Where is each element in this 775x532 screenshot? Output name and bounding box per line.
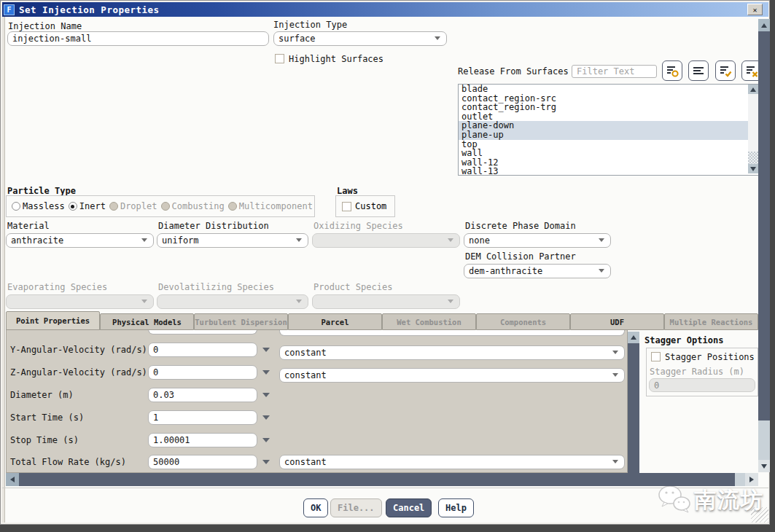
discrete-phase-domain-value: none [469, 235, 490, 246]
chevron-down-icon [141, 300, 147, 303]
surfaces-scrollbar-thumb[interactable] [748, 152, 758, 164]
radio-label: Massless [23, 201, 65, 211]
chevron-down-icon [612, 373, 618, 377]
hscroll-right-icon[interactable] [745, 473, 758, 486]
tab-physical-models[interactable]: Physical Models [100, 313, 194, 330]
value-dropdown-icon[interactable] [262, 438, 270, 442]
close-icon[interactable]: ✕ [747, 4, 763, 15]
oxidizing-species-select [312, 233, 460, 248]
surface-list-item[interactable]: blade [459, 85, 758, 94]
vscroll-track[interactable] [758, 420, 770, 460]
z-angular-velocity-input[interactable] [148, 365, 257, 380]
release-from-surfaces-label: Release From Surfaces [458, 66, 569, 77]
value-dropdown-icon[interactable] [262, 370, 270, 375]
title-bar[interactable]: F Set Injection Properties ✕ [2, 2, 768, 17]
panel-scroll-up-icon[interactable] [628, 332, 639, 343]
vscroll-down-icon[interactable] [758, 460, 770, 472]
watermark-text: 南流坊 [694, 485, 764, 515]
radio-inert[interactable]: Inert [69, 201, 106, 211]
discrete-phase-domain-select[interactable]: none [464, 233, 611, 248]
y-angular-velocity-input[interactable] [148, 343, 257, 357]
surface-list-item-selected[interactable]: plane-up [459, 130, 758, 140]
material-select[interactable]: anthracite [6, 233, 154, 248]
total-flow-rate-label: Total Flow Rate (kg/s) [10, 457, 126, 467]
injection-type-value: surface [279, 34, 316, 44]
radio-disabled-icon [109, 202, 118, 211]
diameter-input[interactable] [148, 388, 257, 402]
chevron-down-icon [435, 36, 440, 40]
surface-list-item[interactable]: top [459, 140, 758, 149]
dem-collision-partner-select[interactable]: dem-anthracite [464, 264, 611, 278]
chevron-down-icon [296, 238, 302, 242]
radio-selected-icon[interactable] [69, 202, 77, 211]
filter-matches-button[interactable] [662, 60, 682, 81]
injection-type-select[interactable]: surface [273, 31, 447, 46]
surface-list-item[interactable]: wall-12 [459, 158, 758, 168]
profile-value: constant [284, 348, 327, 358]
laws-heading: Laws [337, 186, 358, 196]
start-time-input[interactable] [148, 410, 257, 425]
hscroll-thumb[interactable] [19, 473, 735, 486]
vscroll-thumb[interactable] [758, 31, 770, 420]
tab-udf[interactable]: UDF [570, 313, 664, 330]
stagger-positions-checkbox[interactable] [651, 352, 661, 361]
tab-point-properties[interactable]: Point Properties [6, 311, 100, 330]
surfaces-scroll-up-icon[interactable] [748, 85, 758, 94]
chevron-down-icon [296, 300, 302, 303]
custom-laws-checkbox[interactable] [342, 202, 351, 211]
chevron-down-icon [599, 269, 604, 273]
total-flow-rate-input[interactable] [148, 455, 257, 469]
clipped-row-field [148, 329, 257, 335]
vscroll-up-icon[interactable] [758, 19, 770, 31]
hscroll-left-icon[interactable] [6, 473, 19, 486]
surface-list-item[interactable]: wall-13 [459, 167, 758, 176]
injection-name-input[interactable] [7, 31, 269, 46]
diameter-distribution-value: uniform [162, 235, 199, 246]
radio-icon[interactable] [12, 202, 20, 211]
discrete-phase-domain-label: Discrete Phase Domain [465, 221, 576, 231]
surface-filter-input[interactable] [572, 65, 657, 78]
surfaces-scrollbar-track[interactable] [748, 94, 758, 152]
surfaces-listbox[interactable]: blade contact_region-src contact_region-… [458, 84, 759, 176]
radio-multicomponent: Multicomponent [228, 201, 313, 211]
chevron-down-icon [141, 238, 147, 242]
panel-scrollbar-thumb[interactable] [628, 343, 639, 473]
surfaces-scroll-down-icon[interactable] [748, 164, 758, 173]
z-angular-velocity-profile-select[interactable]: constant [279, 368, 625, 383]
diameter-distribution-select[interactable]: uniform [157, 233, 308, 248]
tab-parcel[interactable]: Parcel [288, 313, 382, 330]
set-injection-properties-dialog: F Set Injection Properties ✕ Injection N… [0, 0, 775, 532]
dem-collision-partner-label: DEM Collision Partner [465, 251, 576, 262]
value-dropdown-icon[interactable] [262, 415, 270, 420]
chevron-down-icon [612, 460, 618, 463]
total-flow-rate-profile-select[interactable]: constant [279, 455, 625, 469]
diameter-distribution-label: Diameter Distribution [158, 221, 269, 231]
highlight-surfaces-label: Highlight Surfaces [289, 54, 383, 64]
ok-button[interactable]: OK [303, 498, 328, 517]
y-angular-velocity-profile-select[interactable]: constant [279, 345, 625, 360]
stop-time-input[interactable] [148, 433, 257, 447]
window-title: Set Injection Properties [19, 4, 160, 15]
show-all-list-button[interactable] [688, 60, 709, 81]
start-time-label: Start Time (s) [10, 412, 84, 423]
radio-massless[interactable]: Massless [12, 201, 65, 211]
select-all-check-icon [718, 63, 733, 78]
hscroll-track[interactable] [735, 473, 745, 486]
cancel-button[interactable]: Cancel [386, 498, 432, 517]
select-all-button[interactable] [715, 60, 736, 81]
material-value: anthracite [11, 235, 63, 246]
evaporating-species-select [6, 294, 154, 309]
file-button[interactable]: File... [330, 498, 382, 517]
surface-list-item[interactable]: wall [459, 149, 758, 158]
profile-value: constant [284, 457, 327, 467]
radio-combusting: Combusting [161, 201, 225, 211]
highlight-surfaces-checkbox[interactable] [275, 54, 284, 63]
tab-components: Components [476, 313, 570, 330]
value-dropdown-icon[interactable] [262, 348, 270, 352]
chevron-down-icon [612, 351, 618, 354]
value-dropdown-icon[interactable] [262, 393, 270, 397]
value-dropdown-icon[interactable] [262, 460, 270, 464]
help-button[interactable]: Help [438, 498, 474, 517]
stagger-radius-label: Stagger Radius (m) [650, 367, 744, 377]
surface-list-item[interactable]: contact_region-trg [459, 103, 758, 112]
